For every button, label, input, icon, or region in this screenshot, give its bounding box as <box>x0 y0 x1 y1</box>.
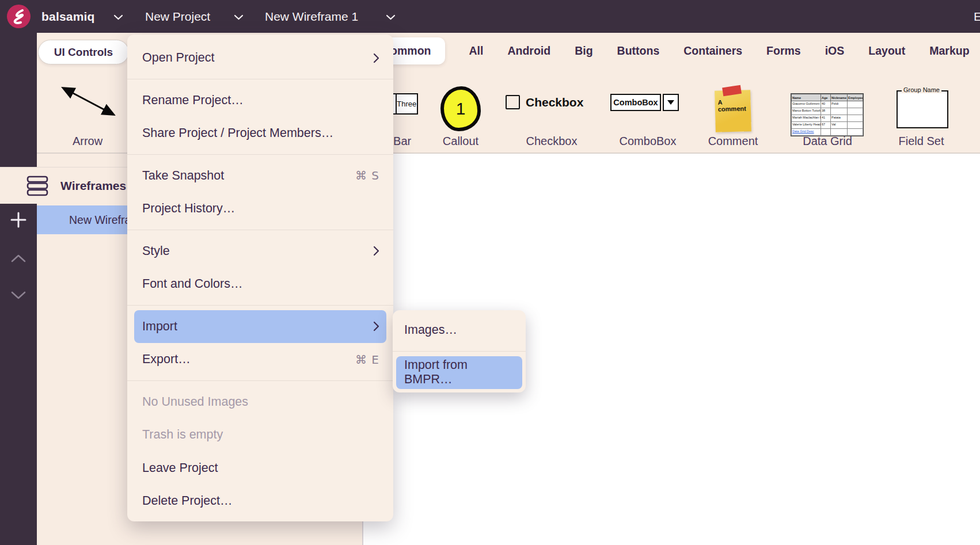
menu-item-import[interactable]: Import <box>134 310 386 344</box>
tab-all[interactable]: All <box>469 44 484 58</box>
tab-containers[interactable]: Containers <box>683 44 742 58</box>
control-label-arrow[interactable]: Arrow <box>41 135 134 148</box>
button-bar-segment: Three <box>396 94 417 113</box>
menu-item-label: Delete Project… <box>142 494 233 508</box>
menu-item-share-project[interactable]: Share Project / Project Members… <box>127 117 393 150</box>
menu-item-label: Leave Project <box>142 461 218 475</box>
callout-control[interactable]: 1 <box>440 86 481 131</box>
menu-item-label: No Unused Images <box>142 395 248 409</box>
project-dropdown-menu: Open Project Rename Project… Share Proje… <box>127 35 393 521</box>
chevron-right-icon <box>373 53 379 63</box>
menu-item-style[interactable]: Style <box>127 235 393 268</box>
menu-item-label: Trash is empty <box>142 428 223 442</box>
tab-markup[interactable]: Markup <box>929 44 969 58</box>
import-submenu: Images… Import from BMPR… <box>393 310 526 392</box>
menu-item-export[interactable]: Export… ⌘ E <box>127 343 393 376</box>
tab-android[interactable]: Android <box>507 44 550 58</box>
menu-item-rename-project[interactable]: Rename Project… <box>127 84 393 117</box>
control-label-checkbox[interactable]: Checkbox <box>506 135 598 148</box>
control-label-callout[interactable]: Callout <box>415 135 507 148</box>
comment-control[interactable]: A comment <box>715 90 751 132</box>
data-grid-control[interactable]: Name Age Nickname Employee Giacomo Guili… <box>791 93 864 136</box>
menu-item-font-and-colors[interactable]: Font and Colors… <box>127 268 393 301</box>
move-down-button[interactable] <box>0 291 37 300</box>
project-menu-trigger[interactable]: New Project <box>145 0 210 33</box>
tab-forms[interactable]: Forms <box>766 44 801 58</box>
shortcut-badge: ⌘ S <box>355 169 379 182</box>
left-rail <box>0 33 37 545</box>
plus-icon <box>9 211 28 229</box>
menu-item-project-history[interactable]: Project History… <box>127 192 393 226</box>
add-wireframe-button[interactable] <box>0 211 37 229</box>
wireframes-stack-icon <box>26 176 50 196</box>
balsamiq-logo-icon[interactable] <box>7 5 31 28</box>
menu-item-trash-is-empty: Trash is empty <box>127 418 393 452</box>
menu-item-no-unused-images: No Unused Images <box>127 386 393 419</box>
menu-item-label: Project History… <box>142 201 235 216</box>
move-up-button[interactable] <box>0 254 37 263</box>
menu-item-label: Import from BMPR… <box>404 358 516 387</box>
combobox-control[interactable]: ComboBox <box>610 94 679 111</box>
tab-big[interactable]: Big <box>575 44 592 58</box>
panel-title: Wireframes <box>60 167 126 204</box>
arrow-control-icon[interactable] <box>54 81 123 122</box>
chevron-right-icon <box>373 246 379 256</box>
tab-ios[interactable]: iOS <box>825 44 845 58</box>
menu-item-label: Export… <box>142 352 191 367</box>
menu-divider <box>127 301 393 310</box>
chevron-up-icon <box>10 254 26 263</box>
combobox-sketch-text: ComboBox <box>610 94 661 111</box>
menu-item-label: Import <box>142 319 177 334</box>
menu-item-delete-project[interactable]: Delete Project… <box>127 485 393 518</box>
menu-divider <box>127 150 393 159</box>
checkbox-box-icon <box>506 95 520 109</box>
control-label-combobox[interactable]: ComboBox <box>602 135 694 148</box>
chevron-right-icon <box>373 321 379 331</box>
menu-item-label: Take Snapshot <box>142 169 224 183</box>
menu-item-label: Style <box>142 244 170 258</box>
shortcut-badge: ⌘ E <box>355 353 379 367</box>
chevron-down-icon <box>234 14 244 20</box>
combobox-dropdown-icon <box>663 94 679 111</box>
submenu-item-import-from-bmpr[interactable]: Import from BMPR… <box>396 356 522 390</box>
menu-item-label: Open Project <box>142 51 214 65</box>
checkbox-sketch-text: Checkbox <box>526 96 583 109</box>
menu-item-leave-project[interactable]: Leave Project <box>127 452 393 485</box>
menu-divider <box>127 226 393 235</box>
menu-item-take-snapshot[interactable]: Take Snapshot ⌘ S <box>127 159 393 193</box>
app-window: balsamiq New Project New Wireframe 1 E <box>0 0 980 545</box>
control-label-field-set[interactable]: Field Set <box>875 135 967 148</box>
callout-number: 1 <box>456 99 466 119</box>
control-label-comment[interactable]: Comment <box>687 135 779 148</box>
library-tabs: Common All Android Big Buttons Container… <box>369 33 970 69</box>
menu-item-label: Share Project / Project Members… <box>142 126 333 140</box>
wireframe-menu-trigger[interactable]: New Wireframe 1 <box>265 0 358 33</box>
chevron-down-icon <box>113 14 123 20</box>
tab-layout[interactable]: Layout <box>868 44 905 58</box>
field-set-control[interactable]: Group Name <box>897 90 948 128</box>
submenu-item-images[interactable]: Images… <box>393 314 526 347</box>
menu-divider <box>393 347 526 356</box>
fieldset-legend-text: Group Name <box>902 86 941 93</box>
top-bar: balsamiq New Project New Wireframe 1 E <box>0 0 980 33</box>
chevron-down-icon <box>386 14 396 20</box>
topbar-clipped-button[interactable]: E <box>974 0 980 33</box>
menu-item-label: Rename Project… <box>142 93 244 108</box>
chevron-down-icon <box>10 291 26 300</box>
checkbox-control[interactable]: Checkbox <box>506 95 583 109</box>
menu-divider <box>127 75 393 84</box>
logo-squiggle-icon <box>7 5 31 28</box>
library-switcher-button[interactable]: UI Controls <box>38 40 129 64</box>
comment-sketch-text: A comment <box>717 98 751 112</box>
data-grid-preview: Name Age Nickname Employee Giacomo Guili… <box>791 94 863 136</box>
workspace-menu[interactable]: balsamiq <box>41 0 95 33</box>
control-label-data-grid[interactable]: Data Grid <box>781 135 873 148</box>
tape-icon <box>722 85 742 97</box>
tab-buttons[interactable]: Buttons <box>617 44 660 58</box>
menu-divider <box>127 376 393 386</box>
menu-item-open-project[interactable]: Open Project <box>127 41 393 75</box>
menu-item-label: Font and Colors… <box>142 277 242 291</box>
menu-item-label: Images… <box>404 323 457 337</box>
